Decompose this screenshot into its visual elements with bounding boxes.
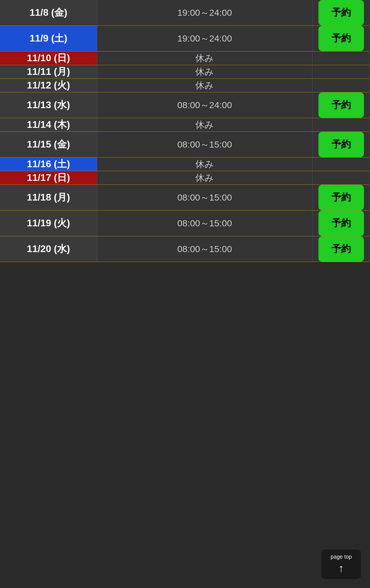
- action-cell: [312, 158, 370, 171]
- time-cell: 08:00～15:00: [97, 211, 312, 236]
- table-row: 11/17 (日)休み: [0, 171, 370, 185]
- time-cell: 19:00～24:00: [97, 26, 312, 51]
- date-cell: 11/8 (金): [0, 0, 97, 26]
- page-top-label: page top: [327, 554, 355, 560]
- time-cell: 19:00～24:00: [97, 0, 312, 26]
- action-cell: [312, 79, 370, 92]
- date-cell: 11/19 (火): [0, 211, 97, 236]
- time-cell: 休み: [97, 65, 312, 79]
- date-cell: 11/20 (水): [0, 236, 97, 262]
- time-cell: 休み: [97, 118, 312, 132]
- table-row: 11/11 (月)休み: [0, 65, 370, 79]
- action-cell: [312, 65, 370, 79]
- table-row: 11/8 (金)19:00～24:00予約: [0, 0, 370, 26]
- table-row: 11/10 (日)休み: [0, 51, 370, 65]
- table-row: 11/12 (火)休み: [0, 79, 370, 92]
- date-cell: 11/10 (日): [0, 51, 97, 65]
- date-cell: 11/9 (土): [0, 26, 97, 51]
- action-cell: [312, 51, 370, 65]
- time-cell: 08:00～15:00: [97, 236, 312, 262]
- action-cell: 予約: [312, 92, 370, 118]
- table-row: 11/20 (水)08:00～15:00予約: [0, 236, 370, 262]
- date-cell: 11/12 (火): [0, 79, 97, 92]
- time-cell: 08:00～15:00: [97, 185, 312, 211]
- action-cell: 予約: [312, 185, 370, 211]
- table-row: 11/14 (木)休み: [0, 118, 370, 132]
- date-cell: 11/18 (月): [0, 185, 97, 211]
- table-row: 11/15 (金)08:00～15:00予約: [0, 132, 370, 158]
- yoyaku-button[interactable]: 予約: [318, 185, 364, 210]
- action-cell: 予約: [312, 236, 370, 262]
- action-cell: 予約: [312, 132, 370, 158]
- table-row: 11/16 (土)休み: [0, 158, 370, 171]
- action-cell: [312, 171, 370, 185]
- time-cell: 08:00～24:00: [97, 92, 312, 118]
- date-cell: 11/15 (金): [0, 132, 97, 158]
- time-cell: 休み: [97, 158, 312, 171]
- time-cell: 休み: [97, 171, 312, 185]
- table-row: 11/18 (月)08:00～15:00予約: [0, 185, 370, 211]
- schedule-table: 11/8 (金)19:00～24:00予約11/9 (土)19:00～24:00…: [0, 0, 370, 262]
- yoyaku-button[interactable]: 予約: [318, 211, 364, 236]
- yoyaku-button[interactable]: 予約: [318, 236, 364, 262]
- time-cell: 休み: [97, 51, 312, 65]
- table-row: 11/13 (水)08:00～24:00予約: [0, 92, 370, 118]
- yoyaku-button[interactable]: 予約: [318, 26, 364, 51]
- yoyaku-button[interactable]: 予約: [318, 132, 364, 157]
- table-row: 11/19 (火)08:00～15:00予約: [0, 211, 370, 236]
- date-cell: 11/13 (水): [0, 92, 97, 118]
- date-cell: 11/14 (木): [0, 118, 97, 132]
- date-cell: 11/11 (月): [0, 65, 97, 79]
- page-top-arrow-icon: ↑: [327, 562, 355, 575]
- time-cell: 休み: [97, 79, 312, 92]
- date-cell: 11/16 (土): [0, 158, 97, 171]
- yoyaku-button[interactable]: 予約: [318, 92, 364, 118]
- page-top-button[interactable]: page top ↑: [321, 550, 361, 579]
- date-cell: 11/17 (日): [0, 171, 97, 185]
- action-cell: [312, 118, 370, 132]
- time-cell: 08:00～15:00: [97, 132, 312, 158]
- action-cell: 予約: [312, 0, 370, 26]
- yoyaku-button[interactable]: 予約: [318, 0, 364, 25]
- table-row: 11/9 (土)19:00～24:00予約: [0, 26, 370, 51]
- action-cell: 予約: [312, 211, 370, 236]
- action-cell: 予約: [312, 26, 370, 51]
